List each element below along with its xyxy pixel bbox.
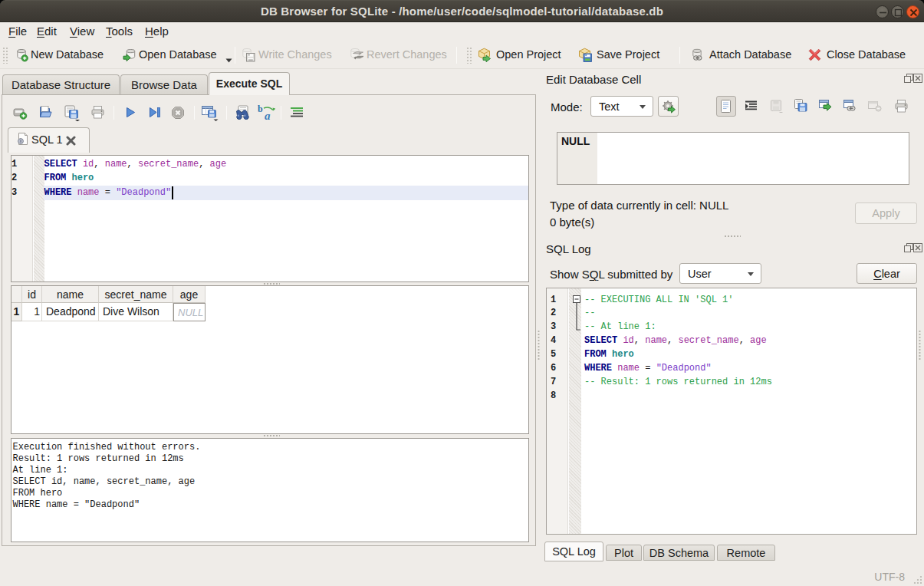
svg-text:b: b [258,104,263,114]
svg-text:a: a [265,110,271,120]
